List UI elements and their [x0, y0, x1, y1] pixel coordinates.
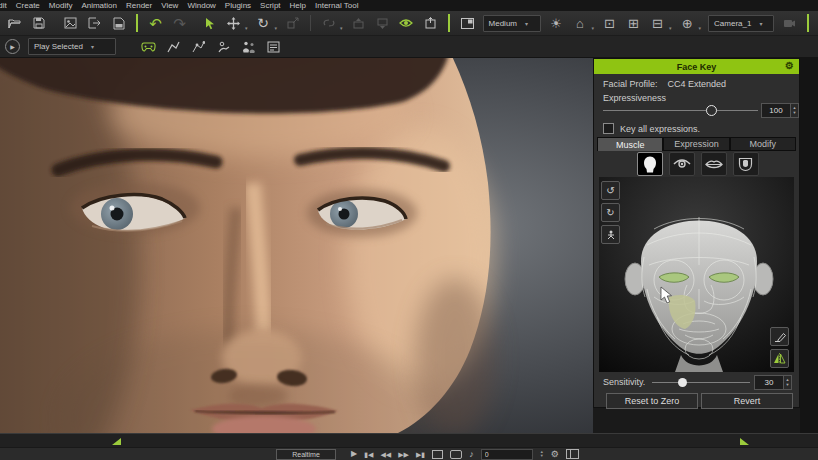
rotate-tool-caret: ▾: [275, 25, 278, 35]
previous-frame-button[interactable]: ◀◀: [380, 451, 391, 458]
usd-file-icon[interactable]: [110, 15, 127, 32]
reset-to-zero-button[interactable]: Reset to Zero: [606, 393, 698, 409]
menu-item-modify[interactable]: Modify: [49, 1, 73, 10]
panel-action-buttons: Reset to Zero Revert: [594, 393, 801, 408]
play-button[interactable]: ▶: [351, 450, 357, 458]
export-content-icon[interactable]: [86, 15, 103, 32]
transport-controls: Realtime ▶ ▮◀ ◀◀ ▶▶ ▶▮ ♪ ▲ ▼ ⚙: [276, 448, 579, 460]
sensitivity-slider-track[interactable]: [652, 382, 750, 383]
gamepad-control-icon[interactable]: [140, 38, 157, 55]
speech-caption-icon[interactable]: [450, 450, 462, 459]
eraser-icon[interactable]: [770, 327, 789, 346]
expressiveness-slider-handle[interactable]: [706, 105, 717, 116]
move-down-layer-icon[interactable]: [374, 15, 391, 32]
fit-view-icon[interactable]: ⊞: [625, 15, 642, 32]
render-quality-dropdown[interactable]: Medium ▾: [483, 15, 541, 32]
attach-icon[interactable]: [320, 15, 337, 32]
add-to-scene-icon[interactable]: [422, 15, 439, 32]
open-project-icon[interactable]: [6, 15, 23, 32]
menu-item-script[interactable]: Script: [260, 1, 280, 10]
audio-note-icon[interactable]: ♪: [469, 450, 474, 459]
scene-manager-icon[interactable]: [265, 38, 282, 55]
frame-spinner[interactable]: ▲ ▼: [540, 450, 544, 458]
sensitivity-slider-handle[interactable]: [678, 378, 687, 387]
transport-bar: Realtime ▶ ▮◀ ◀◀ ▶▶ ▶▮ ♪ ▲ ▼ ⚙: [0, 447, 818, 460]
menu-item-edit[interactable]: Edit: [0, 1, 7, 10]
current-frame-input[interactable]: [481, 449, 533, 460]
timeline-range-start-handle[interactable]: [112, 438, 121, 445]
key-all-checkbox[interactable]: [603, 123, 614, 134]
rotate-head-y-icon[interactable]: ↺: [601, 181, 620, 200]
mirror-symmetry-icon[interactable]: [770, 349, 789, 368]
timeline-range-end-handle[interactable]: [740, 438, 749, 445]
panel-tabs: Muscle Expression Modify: [597, 137, 796, 151]
expressiveness-slider-track[interactable]: [603, 110, 758, 111]
eyes-part-button[interactable]: [669, 152, 695, 176]
home-view-icon[interactable]: ⌂: [572, 15, 589, 32]
menu-item-animation[interactable]: Animation: [81, 1, 117, 10]
camera-lock-icon[interactable]: [781, 15, 798, 32]
menu-item-help[interactable]: Help: [290, 1, 306, 10]
sensitivity-spinner[interactable]: ▲ ▼: [783, 375, 792, 390]
play-mode-dropdown[interactable]: Play Selected ▾: [28, 38, 116, 55]
tab-muscle[interactable]: Muscle: [597, 137, 663, 151]
skip-to-end-button[interactable]: ▶▮: [416, 451, 425, 458]
reset-rotation-icon[interactable]: ↻: [601, 203, 620, 222]
visibility-eye-icon[interactable]: [398, 15, 415, 32]
save-project-icon[interactable]: [30, 15, 47, 32]
tongue-part-button[interactable]: [733, 152, 759, 176]
move-tool-icon[interactable]: [225, 15, 242, 32]
light-sun-icon[interactable]: ☀: [548, 15, 565, 32]
menu-item-window[interactable]: Window: [187, 1, 215, 10]
face-key-canvas[interactable]: ↺ ↻: [599, 177, 794, 372]
focus-object-icon[interactable]: ⊡: [601, 15, 618, 32]
loop-playback-icon[interactable]: [432, 450, 443, 459]
realtime-button[interactable]: Realtime: [276, 449, 336, 460]
spinner-down-icon[interactable]: ▼: [793, 111, 797, 115]
viewport-3d[interactable]: [0, 58, 593, 433]
undo-icon[interactable]: ↶: [147, 15, 164, 32]
select-tool-icon[interactable]: [201, 15, 218, 32]
spinner-down-icon[interactable]: ▼: [540, 454, 544, 458]
import-content-icon[interactable]: [62, 15, 79, 32]
menu-item-plugins[interactable]: Plugins: [225, 1, 251, 10]
camera-select-dropdown[interactable]: Camera_1 ▾: [708, 15, 774, 32]
tab-modify[interactable]: Modify: [730, 137, 796, 151]
panel-header[interactable]: Face Key ⚙: [594, 59, 799, 74]
workspace-layout-icon[interactable]: [459, 15, 476, 32]
scale-tool-icon[interactable]: [284, 15, 301, 32]
reach-target-icon[interactable]: [215, 38, 232, 55]
rotate-tool-icon[interactable]: ↻: [255, 15, 272, 32]
character-render: [0, 58, 593, 433]
revert-button[interactable]: Revert: [701, 393, 793, 409]
menu-item-internal-tool[interactable]: Internal Tool: [315, 1, 358, 10]
head-part-button[interactable]: [637, 152, 663, 176]
redo-icon[interactable]: ↷: [171, 15, 188, 32]
timeline-settings-gear-icon[interactable]: ⚙: [551, 450, 559, 459]
multi-character-icon[interactable]: [240, 38, 257, 55]
motion-keys-icon[interactable]: [190, 38, 207, 55]
expressiveness-spinner[interactable]: ▲ ▼: [790, 103, 799, 118]
panel-settings-icon[interactable]: ⚙: [785, 60, 794, 71]
grid-view-icon[interactable]: ⊟: [649, 15, 666, 32]
motion-path-icon[interactable]: [165, 38, 182, 55]
lips-part-button[interactable]: [701, 152, 727, 176]
menu-item-view[interactable]: View: [161, 1, 178, 10]
play-mode-icon[interactable]: ▶: [5, 39, 20, 54]
timeline-strip[interactable]: [0, 433, 818, 447]
spinner-down-icon[interactable]: ▼: [786, 383, 790, 387]
expressiveness-value-box[interactable]: 100: [761, 103, 791, 118]
menu-item-render[interactable]: Render: [126, 1, 152, 10]
home-caret: ▾: [592, 25, 595, 35]
main-toolbar: ↶ ↷ ▾ ↻▾ ▾ Medium: [0, 11, 818, 36]
open-timeline-icon[interactable]: [566, 449, 579, 459]
tab-expression[interactable]: Expression: [663, 137, 729, 151]
move-up-layer-icon[interactable]: [350, 15, 367, 32]
default-pose-icon[interactable]: [601, 225, 620, 244]
key-all-label: Key all expressions.: [620, 124, 700, 134]
next-frame-button[interactable]: ▶▶: [398, 451, 409, 458]
world-axis-icon[interactable]: ⊕: [679, 15, 696, 32]
skip-to-start-button[interactable]: ▮◀: [364, 451, 373, 458]
sensitivity-value-box[interactable]: 30: [754, 375, 784, 390]
menu-item-create[interactable]: Create: [16, 1, 40, 10]
